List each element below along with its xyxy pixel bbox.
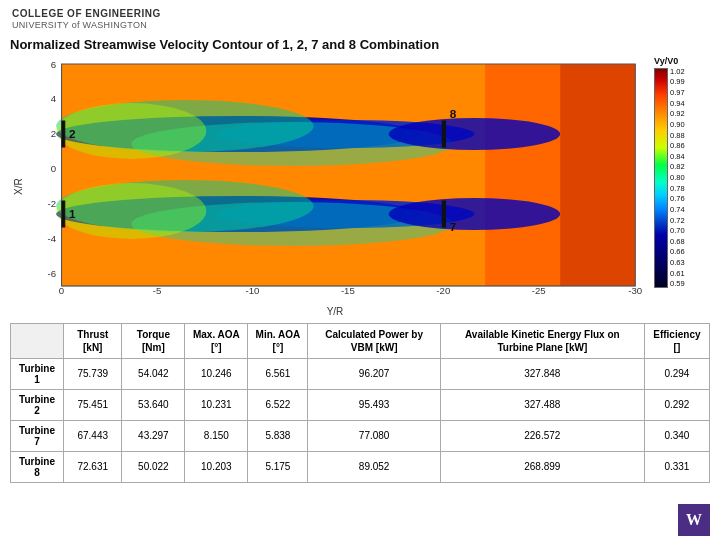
col-header-max-aoa: Max. AOA [°] xyxy=(185,323,248,358)
torque-value: 53.640 xyxy=(122,389,185,420)
svg-rect-37 xyxy=(442,201,445,227)
svg-text:-30: -30 xyxy=(628,286,642,296)
svg-rect-31 xyxy=(62,121,65,147)
thrust-value: 67.443 xyxy=(64,420,122,451)
colorbar-label-7: 0.86 xyxy=(670,142,685,150)
turbine-name: Turbine 8 xyxy=(11,451,64,482)
colorbar-label-12: 0.76 xyxy=(670,195,685,203)
col-header-name xyxy=(11,323,64,358)
svg-text:-6: -6 xyxy=(48,269,57,279)
col-header-torque: Torque [Nm] xyxy=(122,323,185,358)
data-table: Thrust [kN] Torque [Nm] Max. AOA [°] Min… xyxy=(10,323,710,483)
svg-text:1: 1 xyxy=(69,208,76,220)
turbine-name: Turbine 7 xyxy=(11,420,64,451)
efficiency-value: 0.294 xyxy=(644,358,709,389)
col-header-min-aoa: Min. AOA [°] xyxy=(248,323,308,358)
torque-value: 54.042 xyxy=(122,358,185,389)
table-row: Turbine 767.44343.2978.1505.83877.080226… xyxy=(11,420,710,451)
max-aoa-value: 10.246 xyxy=(185,358,248,389)
uw-letter: W xyxy=(686,511,702,529)
svg-text:4: 4 xyxy=(51,94,56,104)
torque-value: 43.297 xyxy=(122,420,185,451)
col-header-avail-energy: Available Kinetic Energy Flux on Turbine… xyxy=(440,323,644,358)
velocity-plot: 6 4 2 0 -2 -4 -6 0 -5 -10 -15 -20 -25 xyxy=(24,56,646,304)
plot-area: X/R xyxy=(10,56,646,317)
colorbar-label-5: 0.90 xyxy=(670,121,685,129)
svg-point-28 xyxy=(389,118,561,150)
min-aoa-value: 5.175 xyxy=(248,451,308,482)
plot-container: X/R xyxy=(10,56,710,317)
avail-energy-value: 327.848 xyxy=(440,358,644,389)
colorbar-gradient xyxy=(654,68,668,288)
plot-inner: 6 4 2 0 -2 -4 -6 0 -5 -10 -15 -20 -25 xyxy=(24,56,646,317)
university-name: UNIVERSITY of WASHINGTON xyxy=(12,20,161,31)
svg-text:2: 2 xyxy=(51,129,56,139)
efficiency-value: 0.292 xyxy=(644,389,709,420)
colorbar-label-10: 0.80 xyxy=(670,174,685,182)
colorbar-label-11: 0.78 xyxy=(670,185,685,193)
colorbar-label-8: 0.84 xyxy=(670,153,685,161)
max-aoa-value: 10.203 xyxy=(185,451,248,482)
avail-energy-value: 268.899 xyxy=(440,451,644,482)
thrust-value: 75.739 xyxy=(64,358,122,389)
svg-rect-17 xyxy=(560,64,635,286)
svg-text:-4: -4 xyxy=(48,234,57,244)
colorbar-label-14: 0.72 xyxy=(670,217,685,225)
turbine-name: Turbine 1 xyxy=(11,358,64,389)
svg-rect-33 xyxy=(62,201,65,227)
thrust-value: 72.631 xyxy=(64,451,122,482)
min-aoa-value: 6.561 xyxy=(248,358,308,389)
col-header-efficiency: Efficiency [] xyxy=(644,323,709,358)
colorbar-label-3: 0.94 xyxy=(670,100,685,108)
svg-text:-20: -20 xyxy=(436,286,450,296)
colorbar-label-13: 0.74 xyxy=(670,206,685,214)
max-aoa-value: 10.231 xyxy=(185,389,248,420)
canvas-area: 6 4 2 0 -2 -4 -6 0 -5 -10 -15 -20 -25 xyxy=(24,56,646,304)
colorbar-labels: 1.02 0.99 0.97 0.94 0.92 0.90 0.88 0.86 … xyxy=(670,68,685,288)
svg-text:8: 8 xyxy=(450,108,457,120)
colorbar-title: Vy/V0 xyxy=(654,56,678,66)
turbine-name: Turbine 2 xyxy=(11,389,64,420)
efficiency-value: 0.331 xyxy=(644,451,709,482)
svg-text:-5: -5 xyxy=(153,286,162,296)
min-aoa-value: 5.838 xyxy=(248,420,308,451)
calc-power-value: 95.493 xyxy=(308,389,440,420)
colorbar-label-15: 0.70 xyxy=(670,227,685,235)
institution-info: COLLEGE OF ENGINEERING UNIVERSITY of WAS… xyxy=(12,8,161,31)
svg-point-22 xyxy=(56,103,206,159)
colorbar-label-1: 0.99 xyxy=(670,78,685,86)
table-row: Turbine 175.73954.04210.2466.56196.20732… xyxy=(11,358,710,389)
col-header-calc-power: Calculated Power by VBM [kW] xyxy=(308,323,440,358)
min-aoa-value: 6.522 xyxy=(248,389,308,420)
colorbar-container: 1.02 0.99 0.97 0.94 0.92 0.90 0.88 0.86 … xyxy=(654,68,685,288)
colorbar-label-2: 0.97 xyxy=(670,89,685,97)
table-row: Turbine 872.63150.02210.2035.17589.05226… xyxy=(11,451,710,482)
colorbar-label-19: 0.61 xyxy=(670,270,685,278)
colorbar-label-17: 0.66 xyxy=(670,248,685,256)
table-section: Thrust [kN] Torque [Nm] Max. AOA [°] Min… xyxy=(0,319,720,487)
svg-text:-15: -15 xyxy=(341,286,355,296)
efficiency-value: 0.340 xyxy=(644,420,709,451)
svg-text:7: 7 xyxy=(450,221,457,233)
plot-section: Normalized Streamwise Velocity Contour o… xyxy=(0,35,720,319)
svg-rect-35 xyxy=(442,121,445,147)
header: COLLEGE OF ENGINEERING UNIVERSITY of WAS… xyxy=(0,0,720,35)
thrust-value: 75.451 xyxy=(64,389,122,420)
colorbar-label-6: 0.88 xyxy=(670,132,685,140)
svg-text:2: 2 xyxy=(69,128,76,140)
colorbar: Vy/V0 1.02 0.99 0.97 0.94 0.92 0.90 0.88… xyxy=(650,56,710,317)
table-row: Turbine 275.45153.64010.2316.52295.49332… xyxy=(11,389,710,420)
colorbar-label-18: 0.63 xyxy=(670,259,685,267)
college-name: COLLEGE OF ENGINEERING xyxy=(12,8,161,20)
avail-energy-value: 226.572 xyxy=(440,420,644,451)
colorbar-label-16: 0.68 xyxy=(670,238,685,246)
colorbar-label-20: 0.59 xyxy=(670,280,685,288)
x-axis-label: Y/R xyxy=(24,304,646,317)
colorbar-label-0: 1.02 xyxy=(670,68,685,76)
max-aoa-value: 8.150 xyxy=(185,420,248,451)
svg-text:-10: -10 xyxy=(245,286,259,296)
colorbar-label-4: 0.92 xyxy=(670,110,685,118)
svg-text:6: 6 xyxy=(51,60,56,70)
svg-text:-25: -25 xyxy=(532,286,546,296)
uw-footer: W xyxy=(678,504,710,536)
